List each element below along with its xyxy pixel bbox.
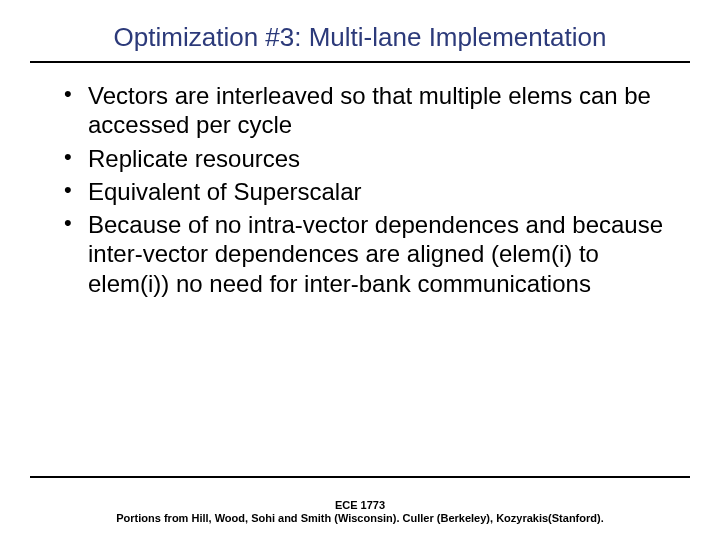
slide-content: Vectors are interleaved so that multiple… xyxy=(0,63,720,298)
slide: Optimization #3: Multi-lane Implementati… xyxy=(0,0,720,540)
bullet-list: Vectors are interleaved so that multiple… xyxy=(58,81,680,298)
slide-title: Optimization #3: Multi-lane Implementati… xyxy=(0,0,720,61)
list-item: Vectors are interleaved so that multiple… xyxy=(58,81,680,140)
list-item: Equivalent of Superscalar xyxy=(58,177,680,206)
slide-footer: ECE 1773 Portions from Hill, Wood, Sohi … xyxy=(0,499,720,527)
list-item: Because of no intra-vector dependences a… xyxy=(58,210,680,298)
footer-divider xyxy=(30,476,690,478)
footer-line-1: ECE 1773 xyxy=(110,499,610,513)
list-item: Replicate resources xyxy=(58,144,680,173)
footer-line-2: Portions from Hill, Wood, Sohi and Smith… xyxy=(110,512,610,526)
